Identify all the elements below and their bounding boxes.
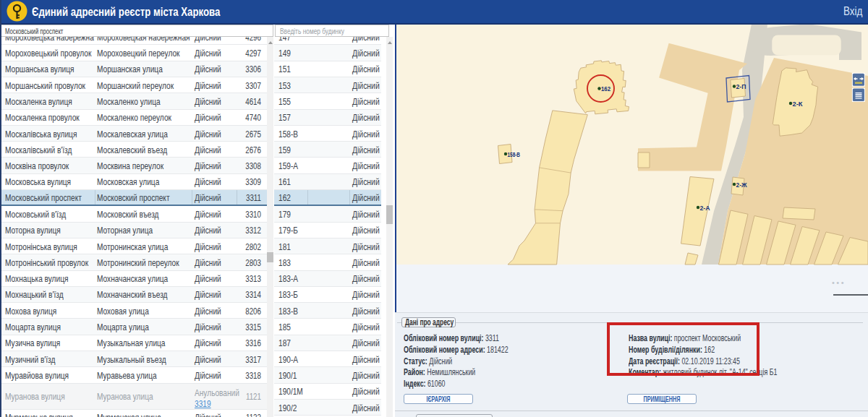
- svg-text:2-А: 2-А: [700, 205, 710, 212]
- svg-text:162: 162: [601, 85, 610, 93]
- svg-text:2-П: 2-П: [736, 83, 746, 90]
- svg-text:2-Ж: 2-Ж: [736, 181, 747, 189]
- svg-text:158-В: 158-В: [508, 151, 521, 158]
- svg-text:2-К: 2-К: [793, 100, 804, 108]
